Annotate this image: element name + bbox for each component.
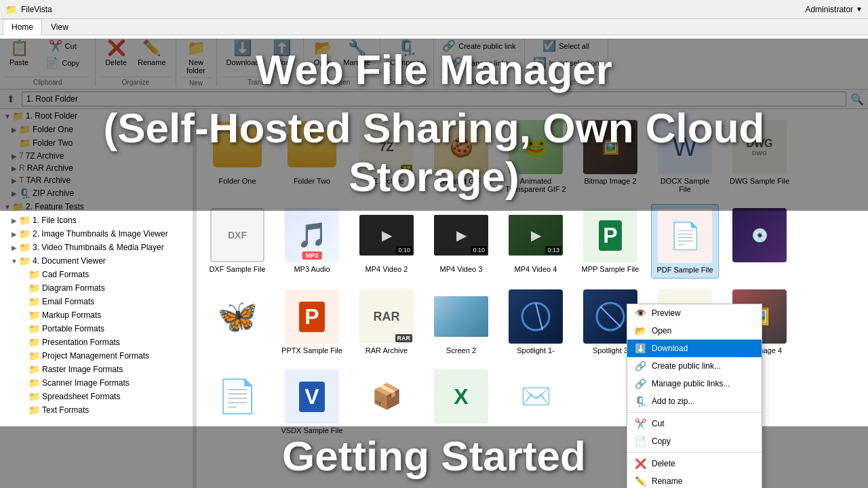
compress-button[interactable]: 🗜️ Compress xyxy=(386,38,428,68)
file-item-mp4-4[interactable]: ▶ 0:13 MP4 Video 4 xyxy=(502,204,570,279)
file-item-bitmap[interactable]: 🖼️ Bitmap Image 2 xyxy=(576,116,644,197)
sidebar-item-presentation[interactable]: 📁 Presentation Formats xyxy=(19,336,193,349)
upload-button[interactable]: ⬆️ Upload xyxy=(266,38,298,68)
delete-button[interactable]: ❌ Delete xyxy=(101,38,131,68)
file-item-screen2[interactable]: Screen 2 xyxy=(427,285,495,359)
sidebar-item-folder-two[interactable]: 📁 Folder Two xyxy=(9,136,193,150)
rar-name: RAR Archive xyxy=(366,346,408,354)
sidebar-item-rar[interactable]: ▶ R RAR Archive xyxy=(9,162,193,174)
file-item-docx[interactable]: W DOCX Sample File xyxy=(651,116,719,197)
file-item-spotlight1[interactable]: Spotlight 1- xyxy=(502,285,570,359)
vsdx-file-thumb: V xyxy=(285,369,339,424)
file-item-butterfly[interactable]: 🦋 xyxy=(203,285,271,359)
ctx-cut[interactable]: ✂️ Cut xyxy=(627,415,762,432)
sidebar-item-zip[interactable]: ▶ 🗜️ ZIP Archive xyxy=(9,186,193,200)
file-item-row3c[interactable]: ✉️ xyxy=(502,365,570,439)
doc-viewer-children: 📁 Cad Formats 📁 Diagram Formats 📁 Email … xyxy=(9,268,193,417)
file-item-folder-two[interactable]: Folder Two xyxy=(278,116,346,197)
download-ctx-icon: ⬇️ xyxy=(634,343,646,354)
ctx-open[interactable]: 📂 Open xyxy=(627,322,762,340)
ctx-copy[interactable]: 📄 Copy xyxy=(627,432,762,450)
paste-button[interactable]: 📋 Paste xyxy=(5,38,33,68)
search-button[interactable]: 🔍 xyxy=(850,93,864,106)
copy-button[interactable]: 📄 Copy xyxy=(35,55,90,70)
file-item-mp4-3[interactable]: ▶ 0:10 MP4 Video 3 xyxy=(427,204,495,279)
file-item-7z[interactable]: 7Z 7Z 7Z Archive xyxy=(353,116,420,197)
file-item-row3a[interactable]: 📦 xyxy=(353,365,420,439)
copy-ctx-icon: 📄 xyxy=(634,436,646,447)
sidebar-item-email[interactable]: 📁 Email Formats xyxy=(19,295,193,308)
ctx-manage-links[interactable]: 🔗 Manage public links... xyxy=(627,375,762,392)
invert-selection-button[interactable]: 🔄 Invert selection xyxy=(530,55,602,70)
sidebar-item-folder-one[interactable]: ▶ 📁 Folder One xyxy=(9,123,193,136)
file-item-dxf[interactable]: DXF DXF Sample File xyxy=(203,204,271,279)
sidebar-item-image-thumbnails[interactable]: ▶ 📁 2. Image Thumbnails & Image Viewer xyxy=(9,227,193,241)
file-item-disco[interactable]: 💿 xyxy=(726,204,793,279)
manage-button[interactable]: 🔧 Manage xyxy=(339,38,374,68)
file-item-gif2[interactable]: 🐸 Animated Transparent GIF 2 xyxy=(502,116,570,197)
rar-badge: RAR xyxy=(395,334,413,342)
ctx-create-link[interactable]: 🔗 Create public link... xyxy=(627,357,762,375)
file-item-vsdx[interactable]: V VSDX Sample File xyxy=(278,365,346,439)
file-item-gif1[interactable]: 🍪 Animated GIF 1 xyxy=(427,116,495,197)
add-zip-ctx-icon: 🗜️ xyxy=(634,396,646,407)
sidebar-item-portable[interactable]: 📁 Portable Formats xyxy=(19,322,193,336)
file-item-partial[interactable]: 📄 xyxy=(203,365,271,439)
select-label: Select xyxy=(530,77,602,86)
file-item-pptx[interactable]: P PPTX Sample File xyxy=(278,285,346,359)
nav-up-button[interactable]: ⬆ xyxy=(4,92,18,106)
root-children: ▶ 📁 Folder One 📁 Folder Two ▶ 7 7Z Archi… xyxy=(0,123,193,200)
manage-links-button[interactable]: 🔗 Manage links xyxy=(439,55,518,70)
ribbon-tabs: Home View xyxy=(0,19,868,35)
app-icon: 📁 xyxy=(5,4,17,15)
file-item-dwg[interactable]: DWG DWG DWG Sample File xyxy=(726,116,793,197)
sidebar-item-text[interactable]: 📁 Text Formats xyxy=(19,403,193,417)
open-button[interactable]: 📂 Open xyxy=(309,38,336,68)
file-item-xlsx[interactable]: X xyxy=(427,365,495,439)
ctx-cut-label: Cut xyxy=(652,419,665,428)
sidebar-item-scanner[interactable]: 📁 Scanner Image Formats xyxy=(19,376,193,390)
address-input[interactable] xyxy=(22,92,846,106)
vsdx-name: VSDX Sample File xyxy=(281,426,342,434)
sidebar-item-feature-tests[interactable]: ▼ 📁 2. Feature Tests xyxy=(0,200,193,214)
sidebar-item-document-viewer[interactable]: ▼ 📁 4. Document Viewer xyxy=(9,254,193,268)
file-item-rar[interactable]: RAR RAR RAR Archive xyxy=(353,285,420,359)
svg-line-1 xyxy=(536,303,542,330)
cut-ctx-icon: ✂️ xyxy=(634,418,646,429)
group-open: 📂 Open 🔧 Manage Open xyxy=(304,38,380,86)
sidebar-item-raster[interactable]: 📁 Raster Image Formats xyxy=(19,363,193,376)
file-item-pdf[interactable]: 📄 PDF Sample File xyxy=(651,204,719,279)
sidebar-item-root[interactable]: ▼ 📁 1. Root Folder xyxy=(0,109,193,123)
sidebar-item-video-thumbnails[interactable]: ▶ 📁 3. Video Thumbnails & Media Player xyxy=(9,241,193,254)
sidebar-item-tar[interactable]: ▶ T TAR Archive xyxy=(9,174,193,186)
share-label: Share xyxy=(439,77,518,86)
ctx-download[interactable]: ⬇️ Download xyxy=(627,340,762,357)
manage-links-ctx-icon: 🔗 xyxy=(634,378,646,389)
sidebar-item-spreadsheet[interactable]: 📁 Spreadsheet Formats xyxy=(19,390,193,403)
ctx-rename[interactable]: ✏️ Rename xyxy=(627,472,762,488)
file-item-mp4-2[interactable]: ▶ 0:10 MP4 Video 2 xyxy=(353,204,420,279)
folder-two-thumb xyxy=(285,120,339,174)
file-item-mp3[interactable]: 🎵 MP3 MP3 Audio xyxy=(278,204,346,279)
sidebar-item-diagram[interactable]: 📁 Diagram Formats xyxy=(19,281,193,295)
sidebar-item-cad[interactable]: 📁 Cad Formats xyxy=(19,268,193,281)
ctx-delete[interactable]: ❌ Delete xyxy=(627,455,762,472)
ctx-add-zip[interactable]: 🗜️ Add to zip... xyxy=(627,392,762,410)
sidebar-item-file-icons[interactable]: ▶ 📁 1. File Icons xyxy=(9,214,193,227)
tab-home[interactable]: Home xyxy=(3,19,42,35)
file-item-folder-one[interactable]: Folder One xyxy=(203,116,271,197)
rename-button[interactable]: ✏️ Rename xyxy=(134,38,170,68)
sidebar-item-project-mgmt[interactable]: 📁 Project Management Formats xyxy=(19,349,193,363)
sidebar-item-markup[interactable]: 📁 Markup Formats xyxy=(19,308,193,322)
ctx-preview[interactable]: 👁️ Preview xyxy=(627,304,762,322)
user-chevron[interactable]: ▼ xyxy=(856,5,863,13)
download-button[interactable]: ⬇️ Download xyxy=(222,38,264,68)
ctx-copy-label: Copy xyxy=(652,436,671,446)
cut-button[interactable]: ✂️ Cut xyxy=(35,38,90,54)
select-all-button[interactable]: ☑️ Select all xyxy=(530,38,602,54)
create-link-button[interactable]: 🔗 Create public link xyxy=(439,38,518,54)
sidebar-item-7z[interactable]: ▶ 7 7Z Archive xyxy=(9,150,193,162)
file-item-mpp[interactable]: P MPP Sample File xyxy=(576,204,644,279)
new-folder-button[interactable]: 📁 Newfolder xyxy=(182,38,210,76)
tab-view[interactable]: View xyxy=(42,19,77,35)
